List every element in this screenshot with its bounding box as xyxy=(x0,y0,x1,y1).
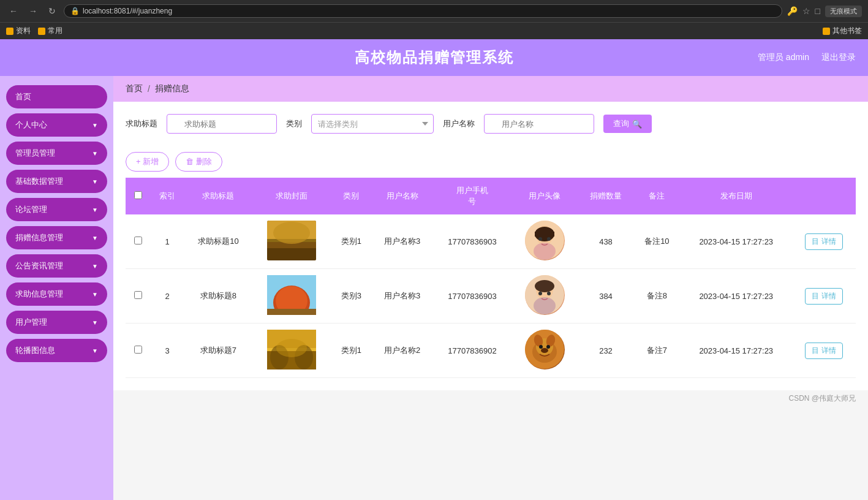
sidebar-item-help[interactable]: 求助信息管理 ▼ xyxy=(6,282,107,306)
url-bar[interactable]: 🔒 localhost:8081/#/juanzheng xyxy=(64,4,782,18)
th-username: 用户名称 xyxy=(371,178,433,214)
th-note: 备注 xyxy=(634,178,681,214)
sidebar-item-donation[interactable]: 捐赠信息管理 ▼ 捐赠信息管理 xyxy=(6,226,107,249)
add-btn[interactable]: + 新增 xyxy=(126,152,169,172)
row1-date: 2023-04-15 17:27:23 xyxy=(680,214,792,269)
sidebar-forum-label: 论坛管理 xyxy=(15,204,47,215)
row1-username: 用户名称3 xyxy=(371,214,433,269)
sidebar-item-base-data[interactable]: 基础数据管理 ▼ xyxy=(6,170,107,193)
query-btn[interactable]: 查询 🔍 xyxy=(603,115,652,133)
row2-checkbox[interactable] xyxy=(134,291,142,299)
row3-avatar xyxy=(511,324,578,378)
svg-point-19 xyxy=(535,280,554,292)
row2-cover xyxy=(252,269,331,324)
row3-date: 2023-04-15 17:27:23 xyxy=(680,324,792,378)
row2-detail-btn[interactable]: 目 详情 xyxy=(805,288,842,305)
sidebar-personal-label: 个人中心 xyxy=(15,119,47,131)
select-all-checkbox[interactable] xyxy=(134,191,142,199)
row3-checkbox-cell xyxy=(126,324,150,378)
app-body: 首页 个人中心 ▼ 管理员管理 ▼ 基础数据管理 ▼ 论坛管理 ▼ 捐赠信息管理… xyxy=(0,76,868,500)
action-area: + 新增 🗑 删除 xyxy=(113,146,868,178)
username-label: 用户名称 xyxy=(443,118,475,129)
th-index: 索引 xyxy=(150,178,184,214)
title-search-input[interactable] xyxy=(167,114,277,134)
row3-title: 求助标题7 xyxy=(184,324,252,378)
row2-checkbox-cell xyxy=(126,269,150,324)
other-bookmarks[interactable]: 其他书签 xyxy=(823,26,862,36)
bookmark-folder-2[interactable]: 常用 xyxy=(38,26,62,36)
table-wrap: 索引 求助标题 求助封面 类别 用户名称 用户手机号 用户头像 捐赠数量 备注 … xyxy=(113,178,868,390)
svg-point-34 xyxy=(539,345,543,349)
incognito-btn[interactable]: 无痕模式 xyxy=(825,6,862,17)
watermark: CSDN @伟庭大师兄 xyxy=(113,390,868,407)
row1-count: 438 xyxy=(578,214,633,269)
app-header: 高校物品捐赠管理系统 管理员 admin 退出登录 xyxy=(0,39,868,76)
svg-point-10 xyxy=(538,237,542,241)
th-action xyxy=(792,178,856,214)
th-phone: 用户手机号 xyxy=(433,178,511,214)
logout-btn[interactable]: 退出登录 xyxy=(821,52,856,63)
row1-category: 类别1 xyxy=(331,214,371,269)
username-search-input[interactable] xyxy=(484,114,594,134)
sidebar-item-forum[interactable]: 论坛管理 ▼ xyxy=(6,198,107,221)
svg-rect-16 xyxy=(267,309,316,315)
row3-checkbox[interactable] xyxy=(134,346,142,354)
breadcrumb-current: 捐赠信息 xyxy=(155,83,189,94)
chevron-down-icon-4: ▼ xyxy=(92,206,98,213)
sidebar: 首页 个人中心 ▼ 管理员管理 ▼ 基础数据管理 ▼ 论坛管理 ▼ 捐赠信息管理… xyxy=(0,76,113,500)
key-icon[interactable]: 🔑 xyxy=(787,6,798,16)
row3-action: 目 详情 xyxy=(792,324,856,378)
svg-point-36 xyxy=(541,348,548,353)
app-title: 高校物品捐赠管理系统 xyxy=(355,48,514,67)
breadcrumb: 首页 / 捐赠信息 xyxy=(113,76,868,102)
row2-date: 2023-04-15 17:27:23 xyxy=(680,269,792,324)
row1-index: 1 xyxy=(150,214,184,269)
sidebar-item-home[interactable]: 首页 xyxy=(6,85,107,108)
category-select[interactable]: 请选择类别 xyxy=(311,114,434,134)
window-icon[interactable]: □ xyxy=(815,6,820,16)
th-title: 求助标题 xyxy=(184,178,252,214)
star-icon[interactable]: ☆ xyxy=(802,6,810,16)
table-header-row: 索引 求助标题 求助封面 类别 用户名称 用户手机号 用户头像 捐赠数量 备注 … xyxy=(126,178,856,214)
reload-btn[interactable]: ↻ xyxy=(45,5,59,17)
th-date: 发布日期 xyxy=(680,178,792,214)
title-search-label: 求助标题 xyxy=(126,118,157,129)
sidebar-item-announcement[interactable]: 公告资讯管理 ▼ xyxy=(6,254,107,278)
delete-btn[interactable]: 🗑 删除 xyxy=(175,152,222,172)
row3-phone: 17707836902 xyxy=(433,324,511,378)
forward-btn[interactable]: → xyxy=(26,5,40,17)
sidebar-announcement-label: 公告资讯管理 xyxy=(15,260,63,271)
breadcrumb-home[interactable]: 首页 xyxy=(126,83,143,94)
query-btn-label: 查询 xyxy=(613,118,629,129)
table-row: 1 求助标题10 xyxy=(126,214,856,269)
svg-point-3 xyxy=(273,222,310,244)
sidebar-item-admin[interactable]: 管理员管理 ▼ xyxy=(6,142,107,165)
category-label: 类别 xyxy=(286,118,302,129)
row1-checkbox[interactable] xyxy=(134,237,142,244)
sidebar-item-user[interactable]: 用户管理 ▼ xyxy=(6,311,107,334)
back-btn[interactable]: ← xyxy=(6,5,21,17)
bookmarks-bar: 资料 常用 其他书签 xyxy=(0,22,868,39)
row2-index: 2 xyxy=(150,269,184,324)
row2-avatar xyxy=(511,269,578,324)
sidebar-carousel-label: 轮播图信息 xyxy=(15,345,55,356)
row3-cover xyxy=(252,324,331,378)
chevron-down-icon-3: ▼ xyxy=(92,178,98,185)
row3-note: 备注7 xyxy=(634,324,681,378)
folder-icon-other xyxy=(823,28,830,35)
svg-point-11 xyxy=(547,237,551,241)
sidebar-admin-label: 管理员管理 xyxy=(15,148,55,159)
main-content: 首页 / 捐赠信息 求助标题 🔍 类别 请选择类别 用户名称 🔍 查询 🔍 xyxy=(113,76,868,500)
row3-detail-btn[interactable]: 目 详情 xyxy=(805,343,842,359)
row3-cover-image xyxy=(267,330,316,369)
chevron-down-icon-6: ▼ xyxy=(92,263,98,270)
sidebar-item-carousel[interactable]: 轮播图信息 ▼ xyxy=(6,339,107,362)
sidebar-base-data-label: 基础数据管理 xyxy=(15,176,63,187)
admin-label: 管理员 admin xyxy=(758,52,809,63)
bookmark-folder-1[interactable]: 资料 xyxy=(6,26,31,36)
row2-action: 目 详情 xyxy=(792,269,856,324)
url-text: localhost:8081/#/juanzheng xyxy=(83,7,172,15)
sidebar-item-personal[interactable]: 个人中心 ▼ xyxy=(6,113,107,137)
browser-chrome: ← → ↻ 🔒 localhost:8081/#/juanzheng 🔑 ☆ □… xyxy=(0,0,868,22)
row1-detail-btn[interactable]: 目 详情 xyxy=(805,233,842,250)
